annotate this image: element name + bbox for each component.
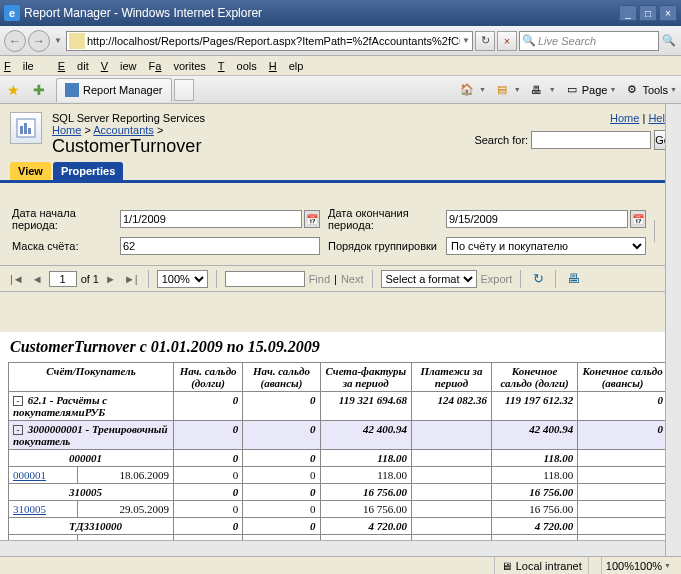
breadcrumb: Home > Accountants > — [52, 124, 205, 136]
zoom-control[interactable]: 100% 100% ▼ — [601, 557, 677, 574]
table-row: 00000100118.00118.00 — [9, 450, 668, 467]
refresh-report-button[interactable]: ↻ — [529, 270, 547, 288]
menu-favorites[interactable]: Favorites — [149, 60, 206, 72]
report-title: CustomerTurnover с 01.01.2009 по 15.09.2… — [0, 332, 681, 362]
page-title: CustomerTurnover — [52, 136, 205, 157]
param-start-input[interactable] — [120, 210, 302, 228]
parameters-panel: Дата начала периода: 📅 Дата окончания пе… — [0, 197, 681, 266]
table-header: Конечное сальдо (авансы) — [578, 363, 668, 392]
intranet-icon: 🖥 — [501, 560, 512, 572]
minimize-button[interactable]: _ — [619, 5, 637, 21]
zoom-select[interactable]: 100% — [157, 270, 208, 288]
report-table: Счёт/ПокупательНач. сальдо (долги)Нач. с… — [8, 362, 668, 540]
table-row: 00000118.06.200900118.00118.00 — [9, 467, 668, 484]
param-end-input[interactable] — [446, 210, 628, 228]
ssrs-tabs: View Properties — [0, 161, 681, 183]
status-bar: 🖥Local intranet 100% 100% ▼ — [0, 556, 681, 574]
breadcrumb-home[interactable]: Home — [52, 124, 81, 136]
ssrs-header: SQL Server Reporting Services Home > Acc… — [0, 104, 681, 161]
home-icon: 🏠 — [459, 82, 475, 98]
param-mask-label: Маска счёта: — [12, 240, 112, 252]
nav-history-dropdown[interactable]: ▼ — [54, 36, 62, 45]
page-content: SQL Server Reporting Services Home > Acc… — [0, 104, 681, 556]
table-header: Счета-фактуры за период — [320, 363, 411, 392]
live-search-box[interactable]: 🔍 Live Search — [519, 31, 659, 51]
menu-bar: File Edit View Favorites Tools Help — [0, 56, 681, 76]
ie-tab-toolbar: ★ ✚ Report Manager 🏠▼ ▤▼ 🖶▼ ▭Page▼ ⚙Tool… — [0, 76, 681, 104]
prev-page-button[interactable]: ◄ — [30, 273, 45, 285]
find-input[interactable] — [225, 271, 305, 287]
search-for-input[interactable] — [531, 131, 651, 149]
address-bar[interactable]: http://localhost/Reports/Pages/Report.as… — [66, 31, 473, 51]
page-of-label: of 1 — [81, 273, 99, 285]
param-group-select[interactable]: По счёту и покупателю — [446, 237, 646, 255]
print-button[interactable]: 🖶▼ — [529, 82, 556, 98]
back-button[interactable]: ← — [4, 30, 26, 52]
page-number-input[interactable] — [49, 271, 77, 287]
svg-rect-3 — [28, 128, 31, 134]
export-format-select[interactable]: Select a format — [381, 270, 477, 288]
last-page-button[interactable]: ►| — [122, 273, 140, 285]
breadcrumb-accountants[interactable]: Accountants — [93, 124, 154, 136]
page-menu[interactable]: ▭Page▼ — [564, 82, 617, 98]
print-report-button[interactable]: 🖶 — [564, 270, 582, 288]
calendar-icon[interactable]: 📅 — [630, 210, 646, 228]
find-next-link[interactable]: Next — [341, 273, 364, 285]
address-text: http://localhost/Reports/Pages/Report.as… — [87, 35, 460, 47]
drill-link[interactable]: 310005 — [13, 503, 46, 515]
favorites-center-button[interactable]: ★ — [2, 79, 24, 101]
menu-view[interactable]: View — [101, 60, 137, 72]
param-mask-input[interactable] — [120, 237, 320, 255]
table-header: Конечное сальдо (долги) — [491, 363, 577, 392]
live-search-placeholder: Live Search — [538, 35, 596, 47]
forward-button[interactable]: → — [28, 30, 50, 52]
table-row: 31000529.05.20090016 756.0016 756.00 — [9, 501, 668, 518]
report-body: CustomerTurnover с 01.01.2009 по 15.09.2… — [0, 332, 681, 540]
next-page-button[interactable]: ► — [103, 273, 118, 285]
tab-title: Report Manager — [83, 84, 163, 96]
stop-button[interactable]: × — [497, 31, 517, 51]
tools-menu[interactable]: ⚙Tools▼ — [624, 82, 677, 98]
menu-file[interactable]: File — [4, 60, 46, 72]
table-header: Нач. сальдо (долги) — [173, 363, 242, 392]
horizontal-scrollbar[interactable] — [0, 540, 665, 556]
new-tab-button[interactable] — [174, 79, 194, 101]
tab-view[interactable]: View — [10, 162, 51, 180]
browser-navbar: ← → ▼ http://localhost/Reports/Pages/Rep… — [0, 26, 681, 56]
menu-edit[interactable]: Edit — [58, 60, 89, 72]
add-favorites-button[interactable]: ✚ — [28, 79, 50, 101]
home-button[interactable]: 🏠▼ — [459, 82, 486, 98]
svg-rect-1 — [20, 126, 23, 134]
drill-link[interactable]: 000001 — [13, 469, 46, 481]
vertical-scrollbar[interactable] — [665, 104, 681, 556]
address-dropdown[interactable]: ▼ — [462, 36, 470, 45]
calendar-icon[interactable]: 📅 — [304, 210, 320, 228]
report-viewer-toolbar: |◄ ◄ of 1 ► ►| 100% Find | Next Select a… — [0, 266, 681, 292]
table-header: Нач. сальдо (авансы) — [243, 363, 320, 392]
export-link[interactable]: Export — [481, 273, 513, 285]
search-go-button[interactable]: 🔍 — [661, 31, 677, 51]
print-icon: 🖶 — [529, 82, 545, 98]
ssrs-service-line: SQL Server Reporting Services — [52, 112, 205, 124]
table-row: - 3000000001 - Тренировочный покупатель0… — [9, 421, 668, 450]
ie-icon: e — [4, 5, 20, 21]
page-icon — [69, 33, 85, 49]
first-page-button[interactable]: |◄ — [8, 273, 26, 285]
tab-properties[interactable]: Properties — [53, 162, 123, 180]
feeds-button[interactable]: ▤▼ — [494, 82, 521, 98]
gear-icon: ⚙ — [624, 82, 640, 98]
expander-button[interactable]: - — [13, 396, 23, 406]
maximize-button[interactable]: □ — [639, 5, 657, 21]
expander-button[interactable]: - — [13, 425, 23, 435]
menu-tools[interactable]: Tools — [218, 60, 257, 72]
zone-indicator: 🖥Local intranet — [494, 557, 588, 574]
menu-help[interactable]: Help — [269, 60, 304, 72]
window-title: Report Manager - Windows Internet Explor… — [24, 6, 617, 20]
browser-tab[interactable]: Report Manager — [56, 78, 172, 102]
search-for-label: Search for: — [474, 134, 528, 146]
find-link[interactable]: Find — [309, 273, 330, 285]
refresh-button[interactable]: ↻ — [475, 31, 495, 51]
link-home[interactable]: Home — [610, 112, 639, 124]
svg-rect-2 — [24, 123, 27, 134]
close-button[interactable]: × — [659, 5, 677, 21]
